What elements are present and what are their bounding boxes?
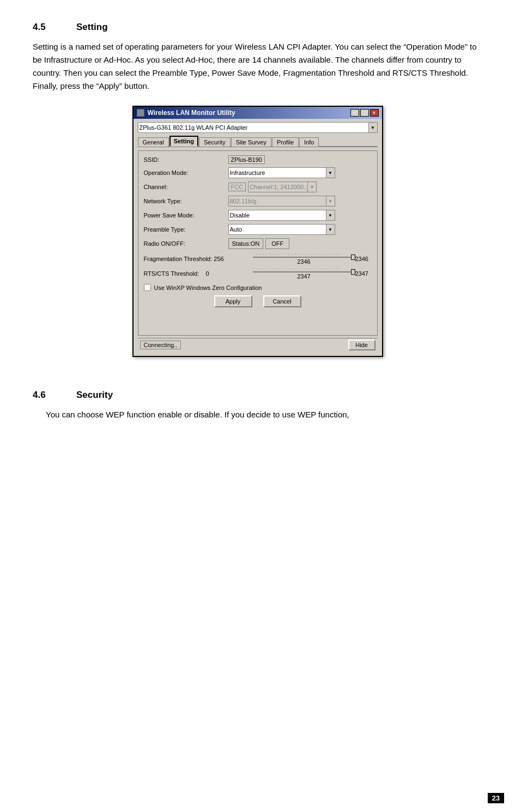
power-save-wrapper: ▼ — [228, 210, 335, 221]
network-type-wrapper: ▼ — [228, 196, 335, 207]
checkbox-label: Use WinXP Windows Zero Configuration — [154, 284, 262, 291]
radio-row: Radio ON/OFF: Status:ON OFF — [144, 238, 372, 249]
ssid-row: SSID: ZPlus-B190 — [144, 155, 372, 164]
rts-threshold-row: RTS/CTS Threshold: 0 · · · · · · · · · ·… — [144, 267, 372, 280]
frag-slider-container: · · · · · · · · · · · · · · · · · · · · … — [253, 252, 355, 265]
preamble-wrapper: ▼ — [228, 224, 335, 235]
titlebar-title-area: Wireless LAN Monitor Utility — [137, 109, 235, 117]
tab-info[interactable]: Info — [299, 137, 319, 147]
ssid-value: ZPlus-B190 — [228, 155, 265, 164]
radio-status-button[interactable]: Status:ON — [228, 238, 264, 249]
tab-setting[interactable]: Setting — [169, 136, 198, 147]
tab-general[interactable]: General — [138, 137, 169, 147]
tab-security[interactable]: Security — [199, 137, 231, 147]
adapter-row: ▼ — [138, 122, 378, 133]
frag-threshold-row: Fragmentation Threshold: 256 · · · · · ·… — [144, 252, 372, 265]
operation-mode-wrapper: ▼ — [228, 167, 335, 178]
section-46: 4.6 Security You can choose WEP function… — [33, 390, 482, 421]
channel-controls: FCC ▼ — [228, 181, 317, 192]
radio-label: Radio ON/OFF: — [144, 240, 228, 247]
adapter-input[interactable] — [138, 122, 369, 133]
radio-controls: Status:ON OFF — [228, 238, 290, 249]
operation-mode-row: Operation Mode: ▼ — [144, 167, 372, 178]
network-type-row: Network Type: ▼ — [144, 196, 372, 207]
hide-button[interactable]: Hide — [348, 340, 375, 350]
status-bar: Connecting.. Hide — [138, 338, 378, 352]
adapter-dropdown-arrow[interactable]: ▼ — [369, 122, 378, 133]
winxp-checkbox[interactable] — [144, 284, 151, 291]
frag-slider-dots: · · · · · · · · · · · · · · · · · · · · … — [253, 252, 355, 256]
frag-threshold-section: Fragmentation Threshold: 256 · · · · · ·… — [144, 252, 372, 265]
fcc-box: FCC — [228, 183, 246, 191]
channel-select-wrapper: ▼ — [248, 181, 317, 192]
content-panel: SSID: ZPlus-B190 Operation Mode: ▼ Chann… — [138, 150, 378, 336]
section-45-body: Setting is a named set of operating para… — [33, 40, 482, 93]
section-46-number: 4.6 — [33, 390, 59, 401]
close-button[interactable]: × — [370, 109, 379, 117]
section-45-heading: 4.5 Setting — [33, 22, 482, 33]
titlebar-icon — [137, 109, 144, 117]
titlebar-text: Wireless LAN Monitor Utility — [148, 109, 235, 117]
rts-slider-container: · · · · · · · · · · · · · · · · · · · · … — [253, 267, 355, 280]
win-body: ▼ General Setting Security Site Surv — [134, 119, 382, 356]
network-type-label: Network Type: — [144, 198, 228, 204]
cancel-button[interactable]: Cancel — [263, 295, 301, 307]
status-text: Connecting.. — [140, 341, 181, 349]
power-save-input[interactable] — [228, 210, 326, 221]
maximize-button[interactable]: □ — [360, 109, 369, 117]
radio-off-button[interactable]: OFF — [265, 238, 289, 249]
btn-row: Apply Cancel — [144, 295, 372, 307]
apply-button[interactable]: Apply — [214, 295, 252, 307]
frag-max-value: 2346 — [355, 256, 372, 262]
tabs-row: General Setting Security Site Survey Pro… — [138, 135, 378, 147]
network-type-input — [228, 196, 326, 207]
channel-arrow: ▼ — [308, 181, 317, 192]
network-type-arrow: ▼ — [326, 196, 335, 207]
operation-mode-label: Operation Mode: — [144, 169, 228, 176]
operation-mode-input[interactable] — [228, 167, 326, 178]
checkbox-row: Use WinXP Windows Zero Configuration — [144, 284, 372, 291]
tab-profile[interactable]: Profile — [272, 137, 299, 147]
minimize-button[interactable]: − — [350, 109, 359, 117]
preamble-row: Preamble Type: ▼ — [144, 224, 372, 235]
frag-label: Fragmentation Threshold: 256 — [144, 256, 253, 262]
section-45-number: 4.5 — [33, 22, 59, 33]
tab-site-survey[interactable]: Site Survey — [231, 137, 271, 147]
frag-slider-thumb[interactable] — [351, 254, 355, 260]
power-save-label: Power Save Mode: — [144, 212, 228, 219]
section-46-heading: 4.6 Security — [33, 390, 482, 401]
preamble-label: Preamble Type: — [144, 226, 228, 233]
win-dialog: Wireless LAN Monitor Utility − □ × ▼ — [132, 106, 383, 357]
channel-input — [248, 181, 308, 192]
rts-threshold-section: RTS/CTS Threshold: 0 · · · · · · · · · ·… — [144, 267, 372, 280]
page-number: 23 — [488, 793, 504, 803]
power-save-row: Power Save Mode: ▼ — [144, 210, 372, 221]
channel-label: Channel: — [144, 184, 228, 190]
rts-slider-dots: · · · · · · · · · · · · · · · · · · · · … — [253, 267, 355, 271]
rts-slider-track[interactable] — [253, 271, 355, 272]
rts-slider-thumb[interactable] — [351, 269, 355, 275]
section-46-title: Security — [76, 390, 113, 401]
frag-slider-center-value: 2346 — [253, 258, 355, 265]
preamble-arrow[interactable]: ▼ — [326, 224, 335, 235]
operation-mode-arrow[interactable]: ▼ — [326, 167, 335, 178]
rts-slider-center-value: 2347 — [253, 273, 355, 280]
channel-row: Channel: FCC ▼ — [144, 181, 372, 192]
adapter-select-wrapper: ▼ — [138, 122, 378, 133]
titlebar-controls: − □ × — [350, 109, 379, 117]
section-46-body: You can choose WEP function enable or di… — [33, 408, 482, 421]
rts-label: RTS/CTS Threshold: 0 — [144, 270, 253, 277]
screenshot-container: Wireless LAN Monitor Utility − □ × ▼ — [33, 106, 482, 357]
preamble-input[interactable] — [228, 224, 326, 235]
frag-slider-track[interactable] — [253, 257, 355, 258]
section-45-title: Setting — [76, 22, 108, 33]
titlebar: Wireless LAN Monitor Utility − □ × — [134, 107, 382, 119]
ssid-label: SSID: — [144, 156, 228, 163]
rts-max-value: 2347 — [355, 270, 372, 277]
power-save-arrow[interactable]: ▼ — [326, 210, 335, 221]
